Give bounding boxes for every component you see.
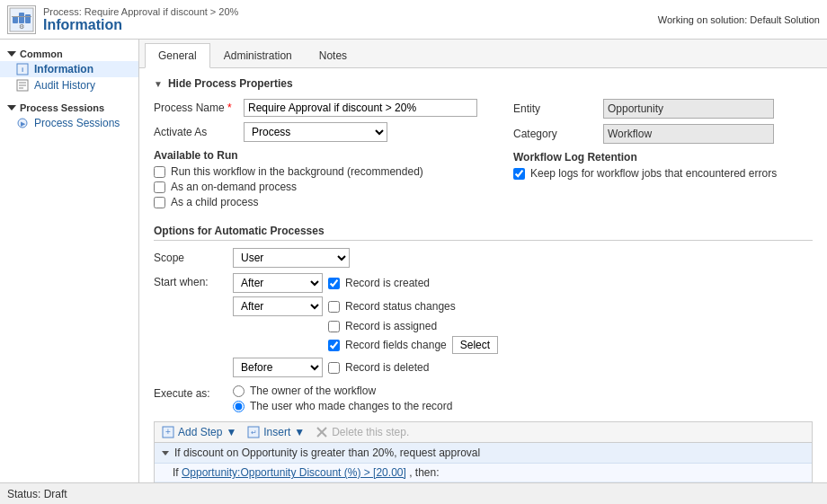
workflow-log-section: Workflow Log Retention Keep logs for wor… — [513, 151, 813, 180]
tab-bar: General Administration Notes — [139, 40, 827, 68]
sidebar-item-audit-history[interactable]: Audit History — [0, 77, 138, 93]
header-title-block: Process: Require Approval if discount > … — [43, 6, 238, 33]
add-step-chevron: ▼ — [226, 426, 236, 438]
select-button[interactable]: Select — [452, 336, 498, 354]
common-section-label: Common — [20, 49, 63, 59]
execute-options: The owner of the workflow The user who m… — [233, 385, 452, 412]
tab-notes[interactable]: Notes — [306, 43, 360, 67]
category-label: Category — [513, 128, 603, 140]
checkbox-record-deleted[interactable] — [328, 362, 340, 374]
checkbox-child[interactable] — [154, 197, 165, 208]
start-when-select-created[interactable]: After — [233, 273, 323, 293]
process-name-input[interactable] — [244, 99, 477, 117]
sidebar-audit-history-label: Audit History — [34, 79, 95, 92]
entity-row: Entity Opportunity — [513, 99, 813, 119]
workflow-log-checkbox-row: Keep logs for workflow jobs that encount… — [513, 167, 813, 180]
insert-button[interactable]: ↵ Insert ▼ — [247, 426, 305, 438]
activate-as-value: Process — [244, 122, 477, 142]
activate-as-select[interactable]: Process — [244, 122, 387, 142]
radio-owner-label: The owner of the workflow — [250, 385, 376, 397]
checkbox-child-row: As a child process — [154, 196, 477, 208]
sidebar-section-process-sessions: Process Sessions — [0, 99, 138, 115]
checkbox-record-assigned[interactable] — [328, 321, 340, 332]
form-right: Entity Opportunity Category Workflow Wor… — [513, 99, 813, 216]
record-created-label: Record is created — [345, 277, 430, 289]
execute-row: Execute as: The owner of the workflow Th… — [154, 385, 813, 412]
start-when-select-status[interactable]: After — [233, 296, 323, 316]
tab-general[interactable]: General — [145, 43, 210, 68]
start-option-deleted: Before Record is deleted — [233, 358, 498, 377]
svg-text:⚙: ⚙ — [19, 23, 24, 30]
start-when-select-deleted[interactable]: Before — [233, 358, 323, 377]
checkbox-on-demand-label: As an on-demand process — [171, 181, 297, 193]
workflow-collapse-icon — [162, 451, 169, 455]
entity-value: Opportunity — [603, 99, 774, 119]
sidebar-process-sessions-label: Process Sessions — [34, 117, 120, 129]
record-deleted-label: Record is deleted — [345, 361, 429, 374]
entity-label: Entity — [513, 102, 603, 115]
working-on-label: Working on solution: Default Solution — [658, 14, 820, 25]
workflow-log-checkbox-label: Keep logs for workflow jobs that encount… — [530, 167, 777, 180]
sidebar-item-process-sessions[interactable]: ▶ Process Sessions — [0, 115, 138, 131]
process-name-label: Process Name — [154, 102, 244, 114]
process-name-row: Process Name — [154, 99, 477, 117]
form-left: Process Name Activate As Process — [154, 99, 477, 216]
status-bar: Status: Draft — [0, 482, 827, 504]
checkbox-background-row: Run this workflow in the background (rec… — [154, 165, 477, 178]
checkbox-background[interactable] — [154, 166, 165, 178]
svg-rect-3 — [25, 14, 31, 23]
category-value: Workflow — [603, 124, 774, 144]
form-content: ▼ Hide Process Properties Process Name — [139, 68, 827, 482]
checkbox-record-fields[interactable] — [328, 340, 340, 351]
status-label: Status: Draft — [7, 488, 67, 500]
category-row: Category Workflow — [513, 124, 813, 144]
svg-text:+: + — [165, 427, 171, 437]
sidebar-section-common: Common — [0, 45, 138, 61]
svg-text:↵: ↵ — [251, 429, 257, 437]
process-icon: ⚙ — [7, 5, 36, 34]
scope-row: Scope User — [154, 248, 813, 268]
workflow-toolbar: + Add Step ▼ ↵ Insert ▼ Delete this step… — [155, 422, 812, 443]
start-option-created: After Record is created — [233, 273, 498, 293]
sidebar-item-information[interactable]: i Information — [0, 61, 138, 77]
header-left: ⚙ Process: Require Approval if discount … — [7, 5, 238, 34]
add-step-button[interactable]: + Add Step ▼ — [162, 426, 236, 438]
radio-owner-row: The owner of the workflow — [233, 385, 452, 397]
checkbox-background-label: Run this workflow in the background (rec… — [171, 165, 423, 178]
checkbox-record-created[interactable] — [328, 278, 340, 289]
checkbox-child-label: As a child process — [171, 196, 258, 208]
checkbox-on-demand[interactable] — [154, 181, 165, 193]
available-to-run-title: Available to Run — [154, 149, 477, 162]
delete-button[interactable]: Delete this step. — [316, 426, 409, 438]
svg-rect-2 — [19, 13, 24, 23]
content-area: General Administration Notes ▼ Hide Proc… — [139, 40, 827, 482]
scope-select[interactable]: User — [233, 248, 350, 268]
checkbox-record-status[interactable] — [328, 301, 340, 313]
options-title: Options for Automatic Processes — [154, 225, 813, 241]
tab-administration[interactable]: Administration — [210, 43, 306, 67]
condition-link[interactable]: Opportunity:Opportunity Discount (%) > [… — [182, 466, 406, 479]
checkbox-on-demand-row: As an on-demand process — [154, 181, 477, 193]
process-sessions-collapse-icon — [7, 105, 16, 111]
execute-label: Execute as: — [154, 387, 226, 400]
radio-user[interactable] — [233, 401, 245, 412]
common-collapse-icon — [7, 51, 16, 57]
activate-as-row: Activate As Process — [154, 122, 477, 142]
main-container: Common i Information Audit History Proce… — [0, 40, 827, 482]
condition-then-label: , then: — [409, 466, 439, 479]
start-when-row: Start when: After Record is created — [154, 273, 813, 377]
sidebar-information-label: Information — [34, 63, 93, 75]
process-sessions-section-label: Process Sessions — [20, 102, 104, 113]
section-hide-process-properties[interactable]: ▼ Hide Process Properties — [154, 77, 813, 90]
checkbox-group-available: Run this workflow in the background (rec… — [154, 165, 477, 208]
condition-if-label: If — [173, 466, 179, 479]
record-status-label: Record status changes — [345, 300, 456, 313]
workflow-section: + Add Step ▼ ↵ Insert ▼ Delete this step… — [154, 421, 813, 482]
workflow-step-label: If discount on Opportunity is greater th… — [174, 447, 480, 459]
header-process-label: Process: Require Approval if discount > … — [43, 6, 238, 17]
scope-label: Scope — [154, 252, 226, 264]
start-when-options: After Record is created After Record sta… — [233, 273, 498, 377]
workflow-log-checkbox[interactable] — [513, 168, 525, 180]
radio-owner[interactable] — [233, 385, 245, 397]
start-option-status: After Record status changes — [233, 296, 498, 316]
